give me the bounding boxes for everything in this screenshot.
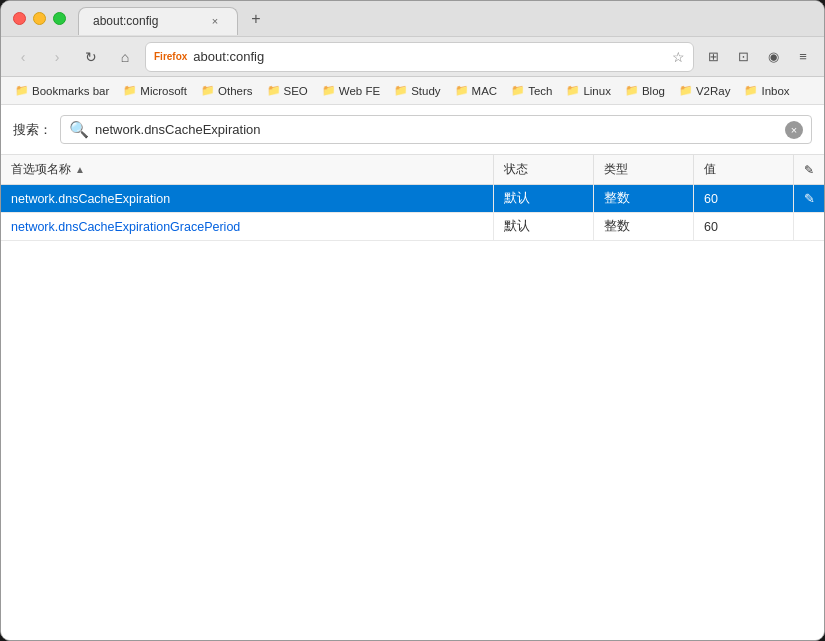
hamburger-icon: ≡: [799, 49, 807, 64]
home-icon: ⌂: [121, 49, 129, 65]
bookmark-label: Bookmarks bar: [32, 85, 109, 97]
header-type: 类型: [594, 155, 694, 184]
bookmark-star-icon[interactable]: ☆: [672, 49, 685, 65]
bookmark-item-web-fe[interactable]: 📁 Web FE: [316, 82, 386, 99]
folder-icon: 📁: [625, 84, 639, 97]
profile-icon: ◉: [768, 49, 779, 64]
navbar: ‹ › ↻ ⌂ Firefox about:config ☆ ⊞ ⊡ ◉: [1, 37, 824, 77]
search-label: 搜索：: [13, 121, 52, 139]
bookmark-item-microsoft[interactable]: 📁 Microsoft: [117, 82, 193, 99]
folder-icon: 📁: [322, 84, 336, 97]
header-status: 状态: [494, 155, 594, 184]
search-area: 搜索： 🔍 ×: [1, 105, 824, 155]
browser-window: about:config × + ‹ › ↻ ⌂ Firefox about:c…: [0, 0, 825, 641]
preferences-table: 首选项名称 ▲ 状态 类型 值 ✎ network.dnsCacheExpir: [1, 155, 824, 640]
bookmark-item-tech[interactable]: 📁 Tech: [505, 82, 558, 99]
address-text: about:config: [193, 49, 666, 64]
library-button[interactable]: ⊞: [700, 44, 726, 70]
bookmark-label: V2Ray: [696, 85, 731, 97]
edit-icon: ✎: [804, 163, 814, 177]
bookmark-item-mac[interactable]: 📁 MAC: [449, 82, 504, 99]
tab-close-button[interactable]: ×: [207, 13, 223, 29]
minimize-button[interactable]: [33, 12, 46, 25]
folder-icon: 📁: [455, 84, 469, 97]
pref-edit-button[interactable]: [794, 213, 824, 240]
forward-button[interactable]: ›: [43, 43, 71, 71]
traffic-lights: [13, 12, 66, 25]
bookmark-label: Microsoft: [140, 85, 187, 97]
table-row[interactable]: network.dnsCacheExpirationGracePeriod 默认…: [1, 213, 824, 241]
home-button[interactable]: ⌂: [111, 43, 139, 71]
back-icon: ‹: [21, 49, 26, 65]
pref-status-cell: 默认: [494, 213, 594, 240]
sort-arrow-icon: ▲: [75, 164, 85, 175]
search-input-wrapper[interactable]: 🔍 ×: [60, 115, 812, 144]
header-name-label: 首选项名称: [11, 161, 71, 178]
folder-icon: 📁: [744, 84, 758, 97]
search-input[interactable]: [95, 122, 779, 137]
pref-name-cell: network.dnsCacheExpirationGracePeriod: [1, 213, 494, 240]
sync-icon: ⊡: [738, 49, 749, 64]
sync-button[interactable]: ⊡: [730, 44, 756, 70]
folder-icon: 📁: [15, 84, 29, 97]
bookmark-item-inbox[interactable]: 📁 Inbox: [738, 82, 795, 99]
forward-icon: ›: [55, 49, 60, 65]
bookmark-item-blog[interactable]: 📁 Blog: [619, 82, 671, 99]
header-name[interactable]: 首选项名称 ▲: [1, 155, 494, 184]
bookmark-label: Linux: [583, 85, 611, 97]
pref-status-cell: 默认: [494, 185, 594, 212]
header-status-label: 状态: [504, 161, 528, 178]
bookmark-label: SEO: [284, 85, 308, 97]
bookmark-label: Web FE: [339, 85, 380, 97]
maximize-button[interactable]: [53, 12, 66, 25]
header-value-label: 值: [704, 161, 716, 178]
firefox-logo: Firefox: [154, 51, 187, 62]
folder-icon: 📁: [394, 84, 408, 97]
bookmark-item-v2ray[interactable]: 📁 V2Ray: [673, 82, 737, 99]
library-icon: ⊞: [708, 49, 719, 64]
profile-button[interactable]: ◉: [760, 44, 786, 70]
bookmark-label: MAC: [472, 85, 498, 97]
bookmark-item-seo[interactable]: 📁 SEO: [261, 82, 314, 99]
main-content: 搜索： 🔍 × 首选项名称 ▲ 状态 类型 值: [1, 105, 824, 640]
header-action: ✎: [794, 155, 824, 184]
close-button[interactable]: [13, 12, 26, 25]
bookmark-label: Blog: [642, 85, 665, 97]
bookmark-item-study[interactable]: 📁 Study: [388, 82, 446, 99]
folder-icon: 📁: [267, 84, 281, 97]
tab-title: about:config: [93, 14, 158, 28]
nav-right-controls: ⊞ ⊡ ◉ ≡: [700, 44, 816, 70]
pref-value-cell: 60: [694, 185, 794, 212]
search-icon: 🔍: [69, 120, 89, 139]
bookmark-label: Inbox: [761, 85, 789, 97]
folder-icon: 📁: [123, 84, 137, 97]
reload-button[interactable]: ↻: [77, 43, 105, 71]
tab-bar: about:config × +: [78, 3, 812, 35]
search-clear-button[interactable]: ×: [785, 121, 803, 139]
table-row[interactable]: network.dnsCacheExpiration 默认 整数 60 ✎: [1, 185, 824, 213]
pref-type-cell: 整数: [594, 213, 694, 240]
pref-type-cell: 整数: [594, 185, 694, 212]
header-value: 值: [694, 155, 794, 184]
table-header: 首选项名称 ▲ 状态 类型 值 ✎: [1, 155, 824, 185]
back-button[interactable]: ‹: [9, 43, 37, 71]
menu-button[interactable]: ≡: [790, 44, 816, 70]
bookmark-item-others[interactable]: 📁 Others: [195, 82, 259, 99]
folder-icon: 📁: [201, 84, 215, 97]
folder-icon: 📁: [511, 84, 525, 97]
bookmark-label: Tech: [528, 85, 552, 97]
edit-icon: ✎: [804, 191, 815, 206]
pref-value-cell: 60: [694, 213, 794, 240]
folder-icon: 📁: [566, 84, 580, 97]
new-tab-button[interactable]: +: [244, 7, 268, 31]
bookmarks-bar: 📁 Bookmarks bar 📁 Microsoft 📁 Others 📁 S…: [1, 77, 824, 105]
bookmark-label: Study: [411, 85, 440, 97]
reload-icon: ↻: [85, 49, 97, 65]
bookmark-item-linux[interactable]: 📁 Linux: [560, 82, 617, 99]
bookmark-label: Others: [218, 85, 253, 97]
address-bar[interactable]: Firefox about:config ☆: [145, 42, 694, 72]
pref-edit-button[interactable]: ✎: [794, 185, 824, 212]
header-type-label: 类型: [604, 161, 628, 178]
active-tab[interactable]: about:config ×: [78, 7, 238, 35]
bookmark-item-bookmarks-bar[interactable]: 📁 Bookmarks bar: [9, 82, 115, 99]
